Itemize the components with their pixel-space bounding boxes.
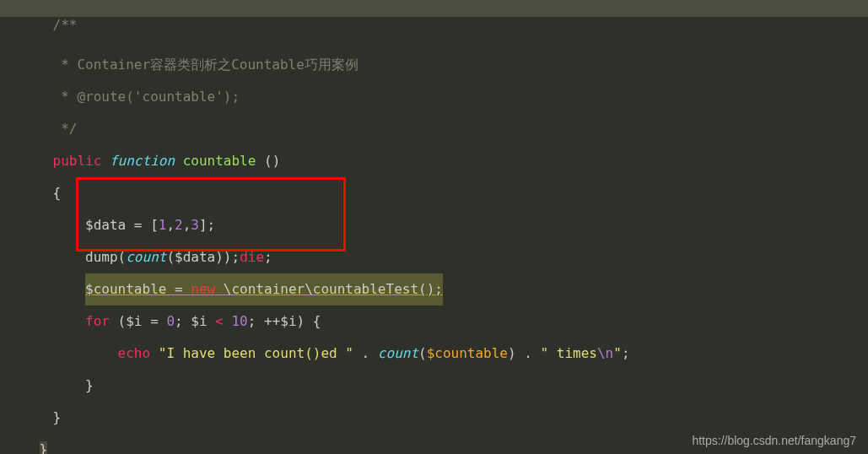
code-line: }: [0, 338, 868, 370]
code-line: $data = [1,2,3];: [0, 177, 868, 209]
code-line: }: [0, 370, 868, 402]
code-line: echo "I have been count()ed " . count($c…: [0, 305, 868, 338]
code-line: }: [0, 402, 868, 434]
code-line: * Container容器类剖析之Countable巧用案例: [0, 17, 868, 49]
code-editor[interactable]: /** * Container容器类剖析之Countable巧用案例 * @ro…: [0, 0, 868, 434]
code-line: * @route('countable');: [0, 49, 868, 81]
code-line: dump(count($data));die;: [0, 209, 868, 241]
brace-close: }: [40, 441, 48, 454]
code-line: for ($i = 0; $i < 10; ++$i) {: [0, 273, 868, 305]
watermark: https://blog.csdn.net/fangkang7: [692, 434, 856, 447]
code-line: /**: [0, 0, 868, 17]
code-line: */: [0, 81, 868, 113]
code-line: public function countable (): [0, 113, 868, 145]
code-line: {: [0, 145, 868, 177]
code-line: $countable = new \container\countableTes…: [0, 241, 868, 273]
